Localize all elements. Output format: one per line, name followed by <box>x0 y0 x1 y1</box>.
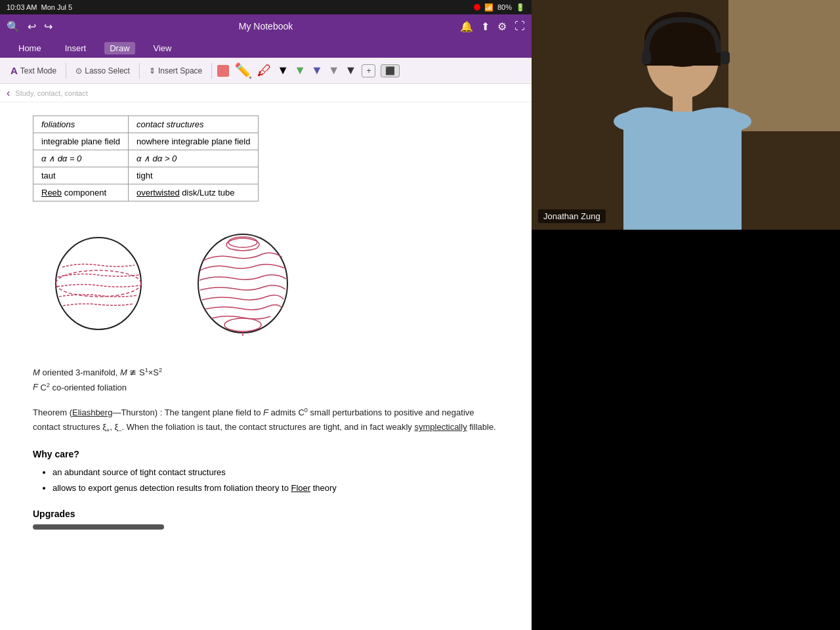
title-left-icons: 🔍 ↩ ↪ <box>7 20 52 33</box>
lasso-icon: ⊙ <box>75 66 82 75</box>
theorem-label: Theorem (Eliashberg—Thurston) <box>33 408 158 417</box>
undo-icon[interactable]: ↩ <box>28 20 36 33</box>
math-intro: M oriented 3-manifold, M ≇ S1×S2 F C2 co… <box>33 366 499 395</box>
add-tool-button[interactable]: + <box>362 64 375 77</box>
webcam-black-area <box>532 230 840 630</box>
webcam-video: Jonathan Zung <box>532 0 840 230</box>
svg-rect-12 <box>721 51 730 64</box>
table-cell: nowhere integrable plane field <box>128 133 258 150</box>
svg-rect-7 <box>728 0 840 131</box>
date: Mon Jul 5 <box>41 3 72 11</box>
table-row: taut tight <box>33 167 259 184</box>
notebook-title: My Notebook <box>239 21 293 32</box>
webcam-area: Jonathan Zung <box>532 0 840 630</box>
toolbar: A Text Mode ⊙ Lasso Select ⇕ Insert Spac… <box>0 58 532 84</box>
title-right-icons: 🔔 ⬆ ⚙ ⛶ <box>460 20 525 33</box>
status-right: 📶 80% 🔋 <box>474 3 525 12</box>
theorem-block: Theorem (Eliashberg—Thurston) : The tang… <box>33 406 499 436</box>
share-icon[interactable]: ⬆ <box>481 20 490 33</box>
svg-rect-11 <box>642 51 651 64</box>
breadcrumb-text: Study, contact, contact <box>15 89 87 97</box>
svg-point-3 <box>224 318 261 331</box>
text-mode-label: Text Mode <box>20 66 56 75</box>
status-left: 10:03 AM Mon Jul 5 <box>7 3 72 11</box>
menu-draw[interactable]: Draw <box>104 42 135 54</box>
svg-point-0 <box>56 238 141 329</box>
pen-tool-4[interactable]: ▼ <box>294 64 306 77</box>
text-mode-icon: A <box>10 65 18 76</box>
bullet-list: an abundant source of tight contact stru… <box>52 465 499 495</box>
pen-tool-2[interactable]: 🖊 <box>257 62 272 79</box>
manifold-text: M <box>33 368 40 377</box>
record-indicator <box>474 4 480 10</box>
foliation-description: C2 co-oriented foliation <box>41 383 127 392</box>
pen-tool-5[interactable]: ▼ <box>311 64 323 77</box>
manifold-description: oriented 3-manifold, M ≇ S1×S2 <box>42 368 162 377</box>
lasso-select-button[interactable]: ⊙ Lasso Select <box>72 64 134 78</box>
wifi-icon: 📶 <box>484 3 494 12</box>
separator-1 <box>66 63 66 79</box>
settings-icon[interactable]: ⚙ <box>497 20 507 33</box>
separator-3 <box>211 63 212 79</box>
plus-icon: + <box>366 66 371 75</box>
insert-space-label: Insert Space <box>158 66 202 75</box>
redo-icon[interactable]: ↪ <box>44 20 52 33</box>
menu-view[interactable]: View <box>148 42 177 54</box>
insert-space-icon: ⇕ <box>149 66 156 75</box>
drawings-area <box>46 221 499 339</box>
battery: 80% <box>497 3 512 11</box>
extra-tool-button[interactable]: ⬛ <box>381 64 400 77</box>
extra-icon: ⬛ <box>385 66 395 75</box>
bell-icon[interactable]: 🔔 <box>460 20 473 33</box>
expand-icon[interactable]: ⛶ <box>514 20 525 32</box>
table-cell: α ∧ dα > 0 <box>128 150 258 167</box>
sphere-drawing-1 <box>46 224 151 336</box>
why-care-section: Why care? an abundant source of tight co… <box>33 449 499 495</box>
search-icon[interactable]: 🔍 <box>7 20 20 33</box>
comparison-table: foliations contact structures integrable… <box>33 116 259 201</box>
upgrades-heading: Upgrades <box>33 509 499 519</box>
menu-insert[interactable]: Insert <box>60 42 92 54</box>
status-bar: 10:03 AM Mon Jul 5 📶 80% 🔋 <box>0 0 532 14</box>
upgrades-bar <box>33 524 164 530</box>
time: 10:03 AM <box>7 3 37 11</box>
pen-tool-1[interactable]: ✏️ <box>234 62 252 79</box>
text-mode-button[interactable]: A Text Mode <box>7 62 60 79</box>
menu-bar: Home Insert Draw View <box>0 38 532 58</box>
why-care-heading: Why care? <box>33 449 499 459</box>
table-cell: integrable plane field <box>33 133 129 150</box>
sphere-drawing-2 <box>190 221 295 339</box>
svg-point-1 <box>56 270 141 297</box>
bullet-item-1: an abundant source of tight contact stru… <box>52 465 499 480</box>
table-cell-taut: taut <box>33 167 129 184</box>
notebook-area[interactable]: foliations contact structures integrable… <box>0 102 532 630</box>
bullet-item-2: allows to export genus detection results… <box>52 480 499 495</box>
svg-point-15 <box>614 112 653 131</box>
pen-tool-3[interactable]: ▼ <box>277 64 289 77</box>
svg-point-16 <box>712 112 751 131</box>
table-cell-tight: tight <box>128 167 258 184</box>
table-cell: α ∧ dα = 0 <box>33 150 129 167</box>
foliation-text: F <box>33 383 38 392</box>
upgrades-section: Upgrades <box>33 509 499 530</box>
table-row: α ∧ dα = 0 α ∧ dα > 0 <box>33 150 259 167</box>
lasso-label: Lasso Select <box>85 66 130 75</box>
svg-rect-14 <box>673 112 692 230</box>
pen-tool-6[interactable]: ▼ <box>328 64 340 77</box>
person-svg <box>532 0 840 230</box>
back-button[interactable]: ‹ <box>7 87 10 99</box>
battery-icon: 🔋 <box>516 3 525 12</box>
table-header-col1: foliations <box>33 116 129 133</box>
pen-tool-7[interactable]: ▼ <box>345 64 357 77</box>
webcam-label: Jonathan Zung <box>538 209 606 223</box>
menu-home[interactable]: Home <box>13 42 47 54</box>
table-row: Reeb component overtwisted disk/Lutz tub… <box>33 184 259 201</box>
title-bar: 🔍 ↩ ↪ My Notebook 🔔 ⬆ ⚙ ⛶ <box>0 14 532 38</box>
insert-space-button[interactable]: ⇕ Insert Space <box>145 64 206 78</box>
breadcrumb-bar: ‹ Study, contact, contact <box>0 84 532 102</box>
color-pink[interactable] <box>217 65 229 77</box>
svg-rect-10 <box>644 39 721 66</box>
separator-2 <box>139 63 140 79</box>
table-cell-overtwisted: overtwisted disk/Lutz tube <box>128 184 258 201</box>
table-cell-reeb: Reeb component <box>33 184 129 201</box>
